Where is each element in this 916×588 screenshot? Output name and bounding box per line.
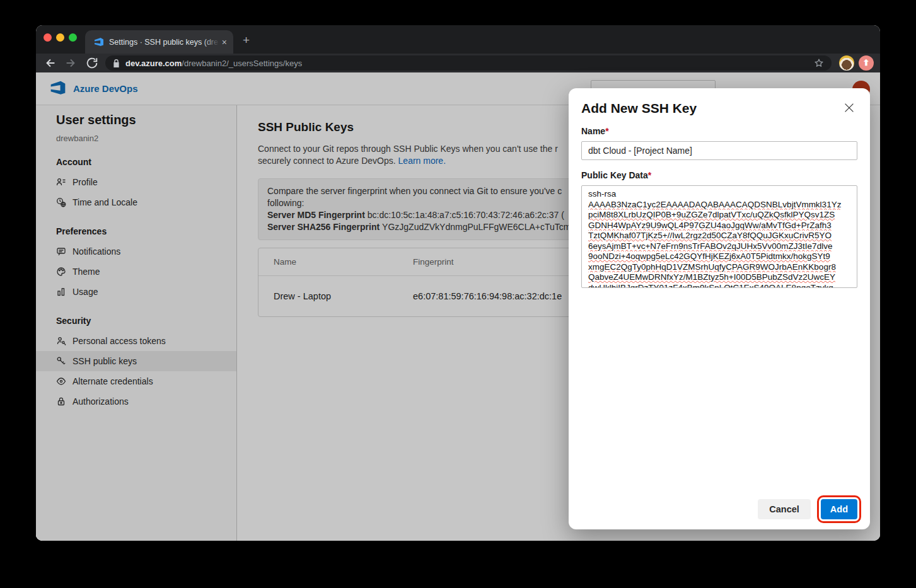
modal-footer: Cancel Add [758,499,857,519]
browser-tab-active[interactable]: Settings · SSH public keys (dre × [85,30,233,54]
public-key-field-label: Public Key Data* [581,170,857,180]
window-minimize-button[interactable] [56,33,64,42]
reload-icon[interactable] [85,56,99,70]
key-line: 9ooNDzi+4oqwpg5eLc42GQYfHjKEZj6xA0T5Pidt… [588,251,850,262]
tab-title: Settings · SSH public keys (dre [109,38,219,47]
close-icon[interactable] [842,101,856,115]
cancel-button[interactable]: Cancel [758,499,811,519]
public-key-textarea[interactable]: ssh-rsa AAAAB3NzaC1yc2EAAAADAQABAAACAQDS… [581,185,857,288]
name-input[interactable] [581,141,857,160]
key-line: xmgEC2QgTy0phHqD1VZMSrhUqfyCPAGR9WOJrbAE… [588,262,850,273]
key-line: dwHklhjIBJqrDzTY01zF4xBm9kSnLQtC1ExS49QA… [588,283,850,289]
key-line: ssh-rsa [588,189,850,200]
key-line: AAAAB3NzaC1yc2EAAAADAQABAAACAQDSNBLvbjtV… [588,200,850,210]
lock-icon [113,59,120,67]
new-tab-button[interactable]: + [243,34,250,46]
browser-update-icon[interactable]: ⬆ [859,55,874,71]
name-field-label: Name* [581,126,857,136]
key-line: TztQMKhaf07TjKz5+//IwL2rgz2d50CZaY8fQQuJ… [588,231,850,241]
azure-devops-favicon [94,37,104,47]
browser-tab-strip: Settings · SSH public keys (dre × + [36,25,880,54]
key-line: 6eysAjmBT+vc+N7eFrn9nsTrFABOv2qJUHx5Vv00… [588,241,850,252]
url-text: dev.azure.com/drewbanin2/_usersSettings/… [125,59,302,68]
browser-toolbar: dev.azure.com/drewbanin2/_usersSettings/… [36,54,880,72]
browser-profile-avatar[interactable] [839,55,854,71]
required-asterisk: * [605,126,608,136]
screenshot-canvas: Settings · SSH public keys (dre × + dev.… [0,0,916,588]
key-line: pciM8t8XLrbUzQIP0B+9uZGZe7dlpatVTxc/uQZk… [588,210,850,221]
add-button[interactable]: Add [821,499,857,519]
url-bar[interactable]: dev.azure.com/drewbanin2/_usersSettings/… [105,55,832,71]
back-icon[interactable] [43,56,57,70]
required-asterisk: * [648,170,651,180]
window-close-button[interactable] [43,33,52,42]
tab-title-fade [203,38,219,47]
key-line: QabveZ4UEMwDRNfxYz/M1BZtyz5h+I00D5BPubZS… [588,272,850,283]
tab-close-icon[interactable]: × [222,38,227,47]
window-zoom-button[interactable] [69,33,77,42]
modal-title: Add New SSH Key [581,101,857,116]
key-line: GDNH4WpAYz9U9wQL4P97GZU4aoJgqWw/aMvTfGd+… [588,221,850,231]
browser-window: Settings · SSH public keys (dre × + dev.… [36,25,880,541]
forward-icon[interactable] [64,56,78,70]
bookmark-star-icon[interactable] [814,58,824,68]
add-ssh-key-modal: Add New SSH Key Name* Public Key Data* s… [569,88,870,529]
